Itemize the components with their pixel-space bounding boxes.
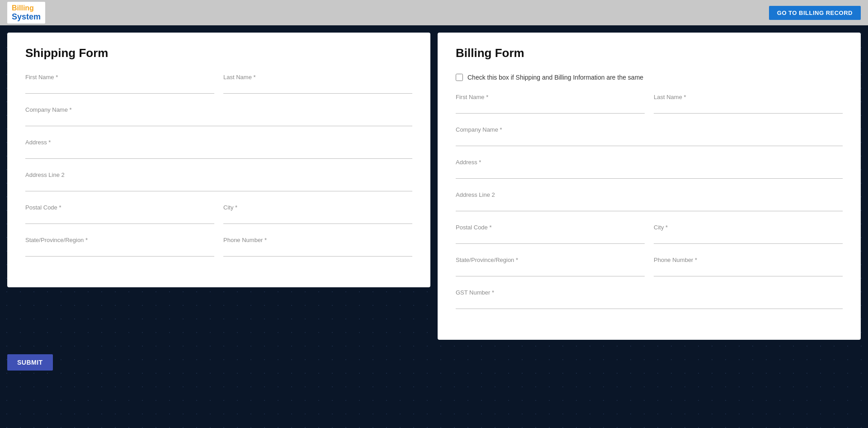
billing-state-label: State/Province/Region * (456, 257, 645, 263)
billing-address-label: Address * (456, 159, 843, 166)
billing-phone-label: Phone Number * (654, 257, 843, 263)
shipping-address2-field: Address Line 2 (25, 171, 412, 191)
billing-address2-row: Address Line 2 (456, 191, 843, 211)
shipping-address-row: Address * (25, 139, 412, 159)
billing-last-name-label: Last Name * (654, 94, 843, 100)
shipping-name-row: First Name * Last Name * (25, 74, 412, 94)
billing-state-input[interactable] (456, 265, 645, 276)
shipping-company-input[interactable] (25, 115, 412, 126)
shipping-state-input[interactable] (25, 245, 214, 257)
shipping-address2-row: Address Line 2 (25, 171, 412, 191)
shipping-postal-field: Postal Code * (25, 204, 214, 224)
main-content: Shipping Form First Name * Last Name * C… (0, 25, 868, 347)
billing-first-name-field: First Name * (456, 94, 645, 114)
billing-address2-label: Address Line 2 (456, 191, 843, 198)
shipping-phone-input[interactable] (223, 245, 412, 257)
shipping-phone-label: Phone Number * (223, 237, 412, 243)
shipping-address-input[interactable] (25, 147, 412, 159)
billing-form-panel: Billing Form Check this box if Shipping … (438, 33, 861, 340)
billing-last-name-input[interactable] (654, 102, 843, 114)
billing-postal-label: Postal Code * (456, 224, 645, 231)
shipping-last-name-input[interactable] (223, 82, 412, 94)
shipping-form-panel: Shipping Form First Name * Last Name * C… (7, 33, 430, 287)
billing-gst-input[interactable] (456, 298, 843, 309)
billing-postal-city-row: Postal Code * City * (456, 224, 843, 244)
shipping-first-name-label: First Name * (25, 74, 214, 81)
billing-company-label: Company Name * (456, 126, 843, 133)
billing-first-name-input[interactable] (456, 102, 645, 114)
shipping-state-field: State/Province/Region * (25, 237, 214, 257)
billing-first-name-label: First Name * (456, 94, 645, 100)
logo-system-text: System (12, 12, 41, 22)
shipping-state-label: State/Province/Region * (25, 237, 214, 243)
shipping-last-name-field: Last Name * (223, 74, 412, 94)
shipping-state-phone-row: State/Province/Region * Phone Number * (25, 237, 412, 257)
logo: Billing System (7, 2, 45, 24)
billing-city-input[interactable] (654, 233, 843, 244)
billing-record-button[interactable]: GO TO BILLING RECORD (769, 6, 861, 20)
shipping-postal-input[interactable] (25, 213, 214, 224)
billing-company-row: Company Name * (456, 126, 843, 146)
shipping-form-title: Shipping Form (25, 46, 412, 60)
billing-name-row: First Name * Last Name * (456, 94, 843, 114)
shipping-city-field: City * (223, 204, 412, 224)
shipping-company-field: Company Name * (25, 106, 412, 126)
same-info-label[interactable]: Check this box if Shipping and Billing I… (467, 74, 643, 81)
shipping-city-input[interactable] (223, 213, 412, 224)
shipping-company-row: Company Name * (25, 106, 412, 126)
shipping-last-name-label: Last Name * (223, 74, 412, 81)
billing-address-input[interactable] (456, 167, 843, 179)
billing-address-field: Address * (456, 159, 843, 179)
shipping-company-label: Company Name * (25, 106, 412, 113)
shipping-city-label: City * (223, 204, 412, 211)
billing-gst-field: GST Number * (456, 289, 843, 309)
shipping-first-name-field: First Name * (25, 74, 214, 94)
billing-city-label: City * (654, 224, 843, 231)
billing-city-field: City * (654, 224, 843, 244)
billing-phone-field: Phone Number * (654, 257, 843, 276)
billing-form-title: Billing Form (456, 46, 843, 60)
shipping-postal-label: Postal Code * (25, 204, 214, 211)
billing-last-name-field: Last Name * (654, 94, 843, 114)
billing-postal-field: Postal Code * (456, 224, 645, 244)
billing-postal-input[interactable] (456, 233, 645, 244)
billing-address-row: Address * (456, 159, 843, 179)
billing-address2-field: Address Line 2 (456, 191, 843, 211)
submit-button[interactable]: SUBMIT (7, 354, 53, 371)
shipping-address2-input[interactable] (25, 180, 412, 191)
same-info-checkbox[interactable] (456, 74, 463, 81)
billing-company-input[interactable] (456, 135, 843, 146)
submit-area: SUBMIT (0, 347, 868, 378)
billing-phone-input[interactable] (654, 265, 843, 276)
shipping-address2-label: Address Line 2 (25, 171, 412, 178)
logo-billing-text: Billing (12, 4, 41, 12)
header: Billing System GO TO BILLING RECORD (0, 0, 868, 25)
billing-gst-row: GST Number * (456, 289, 843, 309)
shipping-address-field: Address * (25, 139, 412, 159)
shipping-phone-field: Phone Number * (223, 237, 412, 257)
same-info-checkbox-row: Check this box if Shipping and Billing I… (456, 74, 843, 81)
billing-company-field: Company Name * (456, 126, 843, 146)
shipping-first-name-input[interactable] (25, 82, 214, 94)
billing-state-field: State/Province/Region * (456, 257, 645, 276)
shipping-address-label: Address * (25, 139, 412, 146)
billing-state-phone-row: State/Province/Region * Phone Number * (456, 257, 843, 276)
billing-address2-input[interactable] (456, 200, 843, 211)
shipping-postal-city-row: Postal Code * City * (25, 204, 412, 224)
billing-gst-label: GST Number * (456, 289, 843, 296)
